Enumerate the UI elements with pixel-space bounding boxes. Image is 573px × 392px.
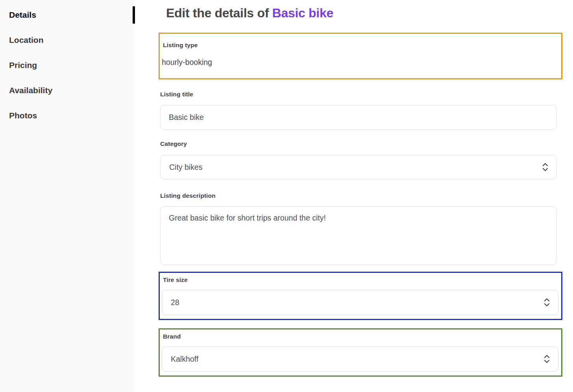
sidebar: Details Location Pricing Availability Ph…	[0, 0, 134, 392]
page-title-prefix: Edit the details of	[166, 6, 272, 20]
sidebar-item-pricing[interactable]: Pricing	[0, 53, 134, 78]
chevron-updown-icon	[544, 355, 550, 364]
sidebar-item-label: Details	[9, 10, 36, 20]
page-title: Edit the details of Basic bike	[166, 0, 562, 20]
listing-type-value: hourly-booking	[162, 57, 559, 67]
tire-size-select-value: 28	[171, 298, 179, 307]
brand-select-value: Kalkhoff	[171, 355, 198, 364]
brand-label: Brand	[163, 333, 559, 340]
tire-size-select[interactable]: 28	[162, 290, 558, 315]
active-indicator	[133, 6, 135, 24]
listing-title-label: Listing title	[160, 91, 562, 98]
listing-description-field-group: Listing description Great basic bike for…	[159, 192, 562, 265]
page-title-listing-name: Basic bike	[272, 6, 333, 20]
chevron-updown-icon	[542, 163, 548, 172]
listing-title-field-group: Listing title	[159, 91, 562, 130]
brand-highlight-box: Brand Kalkhoff	[159, 328, 562, 377]
tire-size-highlight-box: Tire size 28	[159, 272, 562, 320]
listing-description-textarea[interactable]: Great basic bike for short trips around …	[160, 206, 557, 265]
listing-title-input[interactable]	[160, 105, 557, 130]
listing-type-highlight-box: Listing type hourly-booking	[159, 33, 562, 79]
listing-description-label: Listing description	[160, 192, 562, 199]
app-window: Details Location Pricing Availability Ph…	[0, 0, 573, 392]
brand-select[interactable]: Kalkhoff	[162, 346, 558, 372]
sidebar-item-label: Pricing	[9, 61, 37, 70]
main-content: Edit the details of Basic bike Listing t…	[134, 0, 573, 392]
sidebar-item-location[interactable]: Location	[0, 28, 134, 53]
category-select-value: City bikes	[169, 163, 203, 172]
sidebar-item-label: Photos	[9, 111, 37, 120]
sidebar-item-details[interactable]: Details	[0, 2, 134, 28]
sidebar-item-photos[interactable]: Photos	[0, 103, 134, 128]
category-field-group: Category City bikes	[159, 140, 562, 179]
chevron-updown-icon	[544, 298, 550, 307]
sidebar-item-availability[interactable]: Availability	[0, 78, 134, 103]
category-select[interactable]: City bikes	[160, 155, 557, 179]
sidebar-item-label: Availability	[9, 86, 52, 95]
category-label: Category	[160, 140, 562, 147]
tire-size-label: Tire size	[163, 276, 559, 283]
listing-type-label: Listing type	[163, 42, 559, 49]
sidebar-item-label: Location	[9, 35, 44, 45]
